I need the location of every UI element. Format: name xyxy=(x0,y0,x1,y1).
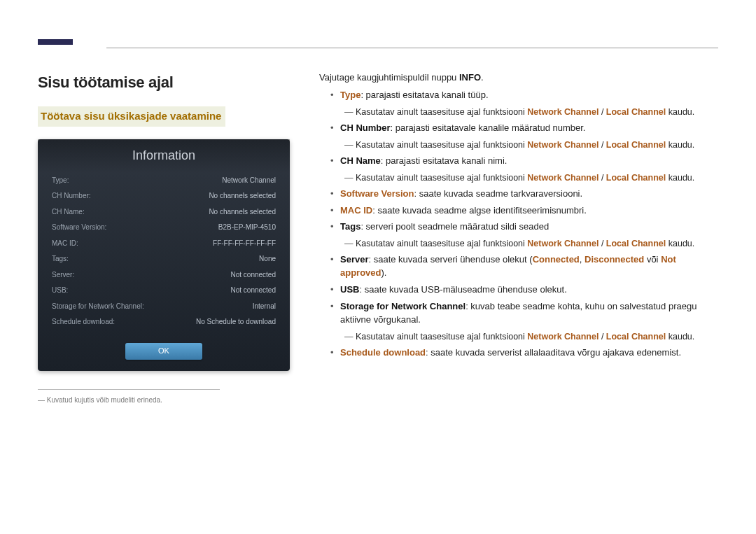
info-row: CH Name:No channels selected xyxy=(52,204,276,220)
header-rule xyxy=(106,48,718,48)
info-row: USB:Not connected xyxy=(52,283,276,299)
right-column: Vajutage kaugjuhtimispuldil nuppu INFO. … xyxy=(319,71,718,405)
bullet-storage: Storage for Network Channel: kuvab teabe… xyxy=(325,300,718,343)
sub-note: Kasutatav ainult taasesituse ajal funkts… xyxy=(340,106,718,118)
page-columns: Sisu töötamise ajal Töötava sisu üksikas… xyxy=(38,39,718,405)
sub-note: Kasutatav ainult taasesituse ajal funkts… xyxy=(340,330,718,343)
info-row: Software Version:B2B-EP-MIP-4510 xyxy=(52,220,276,236)
footnote-rule xyxy=(38,389,220,390)
info-row: Storage for Network Channel:Internal xyxy=(52,299,276,315)
info-rows: Type:Network Channel CH Number:No channe… xyxy=(38,173,290,330)
info-bullet-list: Type: parajasti esitatava kanali tüüp. K… xyxy=(319,89,718,360)
bullet-ch-number: CH Number: parajasti esitatavale kanalil… xyxy=(325,122,718,151)
info-row: Schedule download:No Schedule to downloa… xyxy=(52,314,276,330)
bullet-mac-id: MAC ID: saate kuvada seadme algse identi… xyxy=(325,204,718,218)
bullet-schedule-download: Schedule download: saate kuvada serveris… xyxy=(325,346,718,360)
bullet-server: Server: saate kuvada serveri ühenduse ol… xyxy=(325,253,718,280)
bullet-type: Type: parajasti esitatava kanali tüüp. K… xyxy=(325,89,718,118)
screenshot-title: Information xyxy=(38,139,290,173)
left-column: Sisu töötamise ajal Töötava sisu üksikas… xyxy=(38,71,290,405)
info-row: MAC ID:FF-FF-FF-FF-FF-FF xyxy=(52,236,276,252)
footnote: Kuvatud kujutis võib mudeliti erineda. xyxy=(38,395,290,406)
sub-note: Kasutatav ainult taasesituse ajal funkts… xyxy=(340,171,718,184)
section-subheading: Töötava sisu üksikasjade vaatamine xyxy=(38,106,225,127)
info-row: Server:Not connected xyxy=(52,267,276,283)
bullet-ch-name: CH Name: parajasti esitatava kanali nimi… xyxy=(325,155,718,184)
bullet-usb: USB: saate kuvada USB-mäluseadme ühendus… xyxy=(325,283,718,297)
info-row: Tags:None xyxy=(52,251,276,267)
page-title: Sisu töötamise ajal xyxy=(38,71,290,94)
info-row: CH Number:No channels selected xyxy=(52,188,276,204)
device-info-screenshot: Information Type:Network Channel CH Numb… xyxy=(38,139,290,371)
sub-note: Kasutatav ainult taasesituse ajal funkts… xyxy=(340,139,718,151)
bullet-tags: Tags: serveri poolt seadmele määratud si… xyxy=(325,220,718,250)
ok-button[interactable]: OK xyxy=(125,343,202,360)
header-accent xyxy=(38,39,73,45)
intro-line: Vajutage kaugjuhtimispuldil nuppu INFO. xyxy=(319,71,718,85)
sub-note: Kasutatav ainult taasesituse ajal funkts… xyxy=(340,237,718,250)
bullet-software-version: Software Version: saate kuvada seadme ta… xyxy=(325,188,718,201)
info-row: Type:Network Channel xyxy=(52,173,276,189)
